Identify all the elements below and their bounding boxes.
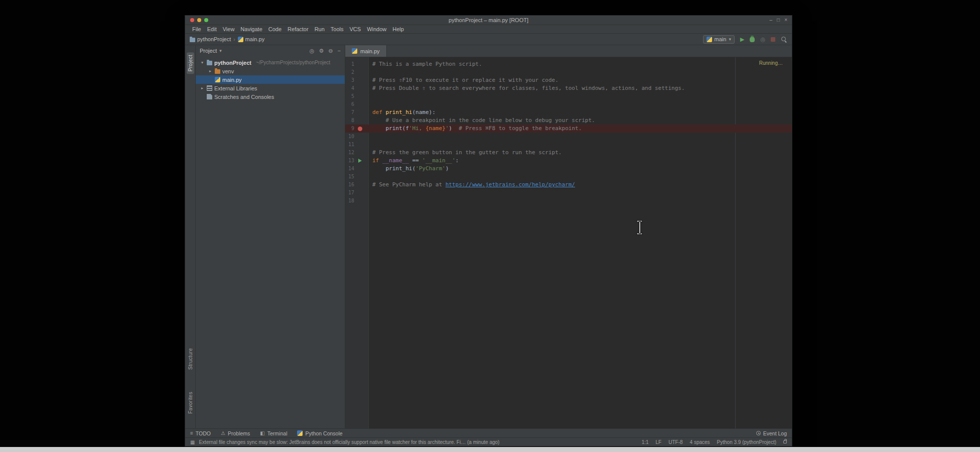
- code-line-18[interactable]: 18: [345, 197, 792, 205]
- debug-button[interactable]: [750, 37, 755, 42]
- status-indent-style[interactable]: 4 spaces: [690, 439, 710, 445]
- code-line-3[interactable]: 3# Press ⇧F10 to execute it or replace i…: [345, 76, 792, 84]
- lock-icon[interactable]: [783, 440, 787, 443]
- search-everywhere-button[interactable]: [781, 36, 787, 43]
- menu-file[interactable]: File: [189, 26, 204, 32]
- gear-icon[interactable]: ⚙: [319, 48, 324, 54]
- status-message[interactable]: External file changes sync may be slow: …: [199, 439, 499, 445]
- project-panel-header[interactable]: Project ▾ ◎ ⚙ ⊖ −: [196, 45, 345, 56]
- code-line-8[interactable]: 8 # Use a breakpoint in the code line be…: [345, 117, 792, 125]
- code-link[interactable]: https://www.jetbrains.com/help/pycharm/: [446, 181, 575, 188]
- tool-window-button-terminal[interactable]: ◧Terminal: [260, 430, 287, 436]
- zoom-traffic-button[interactable]: [204, 18, 208, 22]
- inspections-widget[interactable]: Running…: [759, 60, 783, 66]
- menu-help[interactable]: Help: [389, 26, 407, 32]
- menu-window[interactable]: Window: [364, 26, 389, 32]
- gutter-line-13[interactable]: 13: [345, 157, 368, 165]
- code-line-5[interactable]: 5: [345, 92, 792, 100]
- code-text: # Press the green button in the gutter t…: [368, 149, 562, 157]
- menu-view[interactable]: View: [220, 26, 238, 32]
- menu-tools[interactable]: Tools: [328, 26, 347, 32]
- tool-window-button-event-log[interactable]: Event Log: [756, 430, 787, 436]
- menu-code[interactable]: Code: [265, 26, 285, 32]
- editor-tab-main-py[interactable]: main.py: [345, 45, 387, 57]
- collapse-all-icon[interactable]: ⊖: [328, 48, 333, 54]
- tree-item-pythonproject[interactable]: ▾pythonProject~/PycharmProjects/pythonPr…: [196, 58, 345, 67]
- breakpoint-gutter[interactable]: [356, 125, 365, 133]
- status-python-interpreter[interactable]: Python 3.9 (pythonProject): [717, 439, 776, 445]
- code-line-10[interactable]: 10: [345, 133, 792, 141]
- breadcrumb-item-main-py[interactable]: main.py: [238, 36, 265, 42]
- code-line-14[interactable]: 14 print_hi('PyCharm'): [345, 165, 792, 173]
- code-line-4[interactable]: 4# Press Double ⇧ to search everywhere f…: [345, 84, 792, 92]
- status-line-separator[interactable]: LF: [656, 439, 662, 445]
- stripe-button-favorites[interactable]: Favorites: [187, 389, 194, 416]
- gutter-line-11[interactable]: 11: [345, 141, 368, 149]
- profile-button[interactable]: ◎: [760, 37, 765, 42]
- gutter-line-6[interactable]: 6: [345, 100, 368, 108]
- tool-window-button-problems[interactable]: ⚠Problems: [221, 430, 250, 436]
- close-traffic-button[interactable]: [190, 18, 194, 22]
- code-line-12[interactable]: 12# Press the green button in the gutter…: [345, 149, 792, 157]
- code-editor[interactable]: 1# This is a sample Python script.23# Pr…: [345, 57, 792, 428]
- tree-item-main-py[interactable]: main.py: [196, 75, 345, 84]
- hide-panel-icon[interactable]: −: [338, 48, 341, 54]
- code-line-9[interactable]: 9 print(f'Hi, {name}') # Press ⌘F8 to to…: [345, 125, 792, 133]
- code-line-2[interactable]: 2: [345, 68, 792, 76]
- run-button[interactable]: ▶: [740, 37, 744, 42]
- menu-run[interactable]: Run: [312, 26, 328, 32]
- gutter-line-16[interactable]: 16: [345, 181, 368, 189]
- tree-item-scratches-and-consoles[interactable]: Scratches and Consoles: [196, 92, 345, 101]
- status-caret-position[interactable]: 1:1: [642, 439, 649, 445]
- menu-vcs[interactable]: VCS: [347, 26, 364, 32]
- gutter-line-9[interactable]: 9: [345, 125, 368, 133]
- gutter-line-17[interactable]: 17: [345, 189, 368, 197]
- code-line-1[interactable]: 1# This is a sample Python script.: [345, 60, 792, 68]
- tree-item-external-libraries[interactable]: ▸External Libraries: [196, 84, 345, 92]
- locate-file-icon[interactable]: ◎: [310, 48, 315, 54]
- maximize-button[interactable]: □: [777, 18, 780, 23]
- close-button[interactable]: ×: [784, 18, 787, 23]
- tool-window-toggle-icon[interactable]: ▦: [190, 439, 195, 445]
- minimize-traffic-button[interactable]: [197, 18, 201, 22]
- code-line-6[interactable]: 6: [345, 100, 792, 108]
- expand-arrow-icon[interactable]: ▸: [200, 86, 205, 90]
- gutter-line-14[interactable]: 14: [345, 165, 368, 173]
- menu-edit[interactable]: Edit: [204, 26, 220, 32]
- code-line-15[interactable]: 15: [345, 173, 792, 181]
- tool-window-button-python-console[interactable]: Python Console: [297, 430, 342, 436]
- gutter-line-15[interactable]: 15: [345, 173, 368, 181]
- gutter-line-7[interactable]: 7: [345, 108, 368, 117]
- gutter-line-12[interactable]: 12: [345, 149, 368, 157]
- gutter-line-1[interactable]: 1: [345, 60, 368, 68]
- run-line-icon[interactable]: [358, 159, 362, 163]
- code-line-7[interactable]: 7def print_hi(name):: [345, 108, 792, 117]
- gutter-line-4[interactable]: 4: [345, 84, 368, 92]
- run-configuration-select[interactable]: main ▾: [703, 35, 735, 44]
- status-file-encoding[interactable]: UTF-8: [668, 439, 682, 445]
- gutter-line-8[interactable]: 8: [345, 117, 368, 125]
- stop-button[interactable]: [771, 37, 775, 42]
- gutter-line-5[interactable]: 5: [345, 92, 368, 100]
- code-line-17[interactable]: 17: [345, 189, 792, 197]
- tree-item-venv[interactable]: ▸venv: [196, 67, 345, 75]
- stripe-button-structure[interactable]: Structure: [187, 346, 194, 372]
- tool-window-button-todo[interactable]: ≡TODO: [190, 430, 211, 436]
- menu-navigate[interactable]: Navigate: [237, 26, 265, 32]
- gutter-line-2[interactable]: 2: [345, 68, 368, 76]
- minimize-button[interactable]: –: [770, 18, 773, 23]
- gutter-line-10[interactable]: 10: [345, 133, 368, 141]
- code-line-13[interactable]: 13if __name__ == '__main__':: [345, 157, 792, 165]
- expand-arrow-icon[interactable]: ▸: [208, 69, 213, 73]
- run-gutter[interactable]: [356, 157, 365, 165]
- gutter-line-3[interactable]: 3: [345, 76, 368, 84]
- breadcrumb-item-pythonproject[interactable]: pythonProject: [190, 36, 231, 42]
- stripe-button-project[interactable]: Project: [187, 52, 194, 74]
- gutter-line-18[interactable]: 18: [345, 197, 368, 205]
- code-line-16[interactable]: 16# See PyCharm help at https://www.jetb…: [345, 181, 792, 189]
- title-bar[interactable]: pythonProject – main.py [ROOT] –□×: [185, 16, 792, 25]
- code-line-11[interactable]: 11: [345, 141, 792, 149]
- breakpoint-icon[interactable]: [358, 127, 362, 131]
- expand-arrow-icon[interactable]: ▾: [200, 60, 205, 65]
- menu-refactor[interactable]: Refactor: [285, 26, 312, 32]
